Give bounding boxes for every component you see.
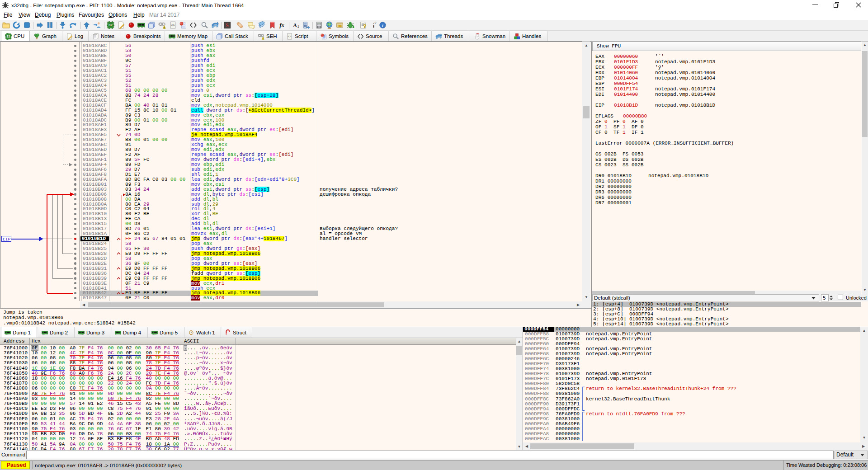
svg-text:fx: fx — [279, 22, 284, 28]
svg-text:EIP: EIP — [3, 237, 10, 242]
svg-text:<>: <> — [288, 35, 292, 38]
svg-text:i: i — [382, 23, 383, 28]
svg-text:!: ! — [263, 37, 264, 39]
svg-text:<>: <> — [171, 24, 175, 27]
svg-text:2: 2 — [297, 24, 299, 28]
svg-text:?: ? — [374, 21, 376, 25]
svg-text:?: ? — [363, 23, 366, 29]
svg-text:S: S — [226, 23, 229, 28]
svg-text:32: 32 — [7, 35, 10, 38]
svg-text:A: A — [293, 23, 297, 28]
svg-text:!: ! — [164, 26, 165, 29]
